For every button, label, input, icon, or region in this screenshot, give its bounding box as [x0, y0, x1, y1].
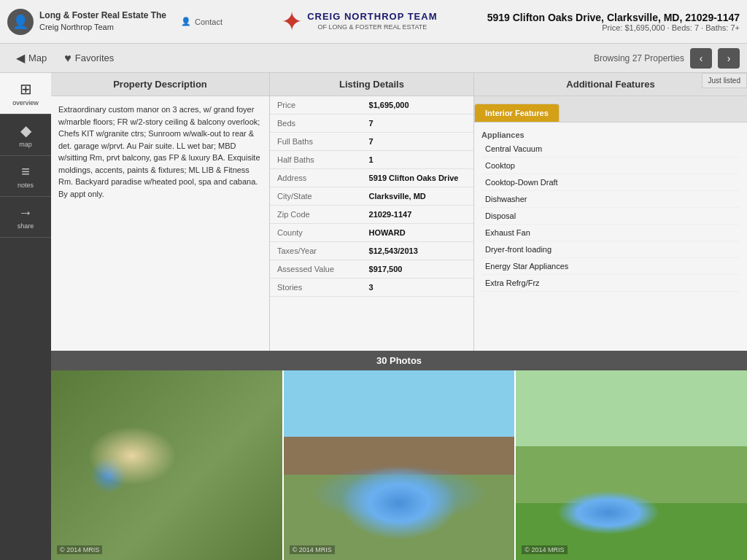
next-button[interactable]: ›	[718, 48, 740, 69]
feature-item: Cooktop-Down Draft	[481, 174, 740, 191]
listing-value: 7	[362, 114, 473, 133]
property-info: 5919 Clifton Oaks Drive, Clarksville, MD…	[487, 12, 740, 32]
feature-item: Dishwasher	[481, 191, 740, 208]
favorites-button[interactable]: ♥ Favorites	[55, 52, 123, 65]
agent-team: Creig Northrop Team	[39, 22, 166, 33]
header: 👤 Long & Foster Real Estate The Creig No…	[0, 0, 747, 44]
property-details: Price: $1,695,000 · Beds: 7 · Baths: 7+	[487, 23, 740, 32]
listing-label: Zip Code	[270, 206, 362, 224]
property-address: 5919 Clifton Oaks Drive, Clarksville, MD…	[487, 12, 740, 23]
listing-label: Beds	[270, 114, 362, 133]
listing-label: Price	[270, 96, 362, 114]
listing-row: Address5919 Clifton Oaks Drive	[270, 169, 473, 187]
listing-panel-header: Listing Details	[270, 73, 473, 96]
listing-value: $1,695,000	[362, 96, 473, 114]
description-panel-body: Extraordinary custom manor on 3 acres, w…	[51, 96, 269, 351]
appliances-section-title: Appliances	[481, 126, 740, 141]
logo-sub-text: of Long & Foster Real Estate	[307, 23, 437, 32]
listing-row: CountyHOWARD	[270, 224, 473, 242]
listing-row: Full Baths7	[270, 133, 473, 151]
logo-text: Creig Northrop Team of Long & Foster Rea…	[307, 11, 437, 32]
notes-icon: ≡	[21, 163, 30, 180]
feature-item: Central Vacuum	[481, 141, 740, 158]
logo-area: ✦ Creig Northrop Team of Long & Foster R…	[231, 7, 487, 37]
description-panel-header: Property Description	[51, 73, 269, 96]
listing-value: 3	[362, 279, 473, 297]
photo-cell-2[interactable]: © 2014 MRIS	[284, 370, 516, 560]
property-description-panel: Property Description Extraordinary custo…	[51, 73, 270, 351]
panels-top: Property Description Extraordinary custo…	[51, 73, 747, 351]
contact-button[interactable]: 👤 Contact	[172, 17, 231, 26]
logo-star-icon: ✦	[281, 7, 303, 37]
listing-details-panel: Listing Details Price$1,695,000Beds7Full…	[270, 73, 474, 351]
listing-table: Price$1,695,000Beds7Full Baths7Half Bath…	[270, 96, 473, 297]
listing-value: 21029-1147	[362, 206, 473, 224]
watermark-2: © 2014 MRIS	[290, 545, 335, 554]
feature-item: Dryer-front loading	[481, 241, 740, 258]
agent-text: Long & Foster Real Estate The Creig Nort…	[39, 9, 166, 33]
contact-icon: 👤	[181, 17, 191, 26]
listing-row: Beds7	[270, 114, 473, 133]
map-button[interactable]: ◀ Map	[7, 51, 55, 65]
feature-item: Energy Star Appliances	[481, 258, 740, 275]
feature-item: Extra Refrg/Frz	[481, 275, 740, 292]
agent-info: 👤 Long & Foster Real Estate The Creig No…	[7, 9, 231, 35]
feature-item: Cooktop	[481, 158, 740, 174]
map-icon: ◀	[16, 51, 25, 65]
photo-1: © 2014 MRIS	[51, 370, 282, 560]
listing-value: 5919 Clifton Oaks Drive	[362, 169, 473, 187]
feature-item: Disposal	[481, 208, 740, 225]
sidebar-share-label: share	[18, 222, 34, 230]
features-tabs: Interior Features	[474, 96, 747, 122]
listing-label: County	[270, 224, 362, 242]
listing-row: Taxes/Year$12,543/2013	[270, 242, 473, 260]
sidebar-notes-label: notes	[18, 182, 34, 189]
share-icon: →	[18, 204, 33, 221]
main-panels: Property Description Extraordinary custo…	[51, 73, 747, 560]
listing-value: 1	[362, 151, 473, 169]
sidebar-overview-label: overview	[12, 99, 39, 106]
listing-label: Half Baths	[270, 151, 362, 169]
listing-label: Full Baths	[270, 133, 362, 151]
features-items-container: Central VacuumCooktopCooktop-Down DraftD…	[481, 141, 740, 292]
overview-icon: ⊞	[20, 80, 32, 98]
watermark-3: © 2014 MRIS	[522, 545, 567, 554]
photo-cell-1[interactable]: © 2014 MRIS	[51, 370, 284, 560]
listing-row: Stories3	[270, 279, 473, 297]
property-price: Price: $1,695,000	[602, 23, 665, 32]
interior-features-tab[interactable]: Interior Features	[474, 104, 560, 122]
photo-cell-3[interactable]: © 2014 MRIS	[516, 370, 747, 560]
watermark-1: © 2014 MRIS	[57, 545, 102, 554]
photo-grid: © 2014 MRIS © 2014 MRIS © 2014 MRIS	[51, 370, 747, 560]
listing-row: City/StateClarksville, MD	[270, 187, 473, 206]
features-list: Appliances Central VacuumCooktopCooktop-…	[474, 122, 747, 351]
sidebar-item-map[interactable]: ◆ map	[0, 114, 51, 156]
listing-row: Half Baths1	[270, 151, 473, 169]
map-label: Map	[28, 52, 47, 63]
listing-value: 7	[362, 133, 473, 151]
listing-label: Address	[270, 169, 362, 187]
listing-value: HOWARD	[362, 224, 473, 242]
sidebar: ⊞ overview ◆ map ≡ notes → share	[0, 73, 51, 560]
listing-label: City/State	[270, 187, 362, 206]
map-sidebar-icon: ◆	[20, 122, 31, 139]
prev-button[interactable]: ‹	[690, 48, 712, 69]
browsing-info: Browsing 27 Properties ‹ ›	[594, 48, 740, 69]
logo-team-name: Creig Northrop Team	[307, 11, 437, 23]
browsing-label: Browsing 27 Properties	[594, 53, 684, 63]
sidebar-item-notes[interactable]: ≡ notes	[0, 156, 51, 197]
agent-name: Long & Foster Real Estate The	[39, 9, 166, 22]
heart-icon: ♥	[64, 52, 71, 65]
listing-value: $12,543/2013	[362, 242, 473, 260]
favorites-label: Favorites	[75, 52, 114, 63]
sidebar-item-overview[interactable]: ⊞ overview	[0, 73, 51, 114]
photo-2: © 2014 MRIS	[284, 370, 515, 560]
just-listed-badge: Just listed	[702, 73, 747, 88]
agent-avatar: 👤	[7, 9, 34, 35]
photo-3: © 2014 MRIS	[516, 370, 747, 560]
additional-features-panel: Additional Features Interior Features Ap…	[474, 73, 747, 351]
photos-bar[interactable]: 30 Photos	[51, 351, 747, 370]
listing-value: Clarksville, MD	[362, 187, 473, 206]
sidebar-item-share[interactable]: → share	[0, 197, 51, 238]
nav-row: ◀ Map ♥ Favorites Browsing 27 Properties…	[0, 44, 747, 73]
